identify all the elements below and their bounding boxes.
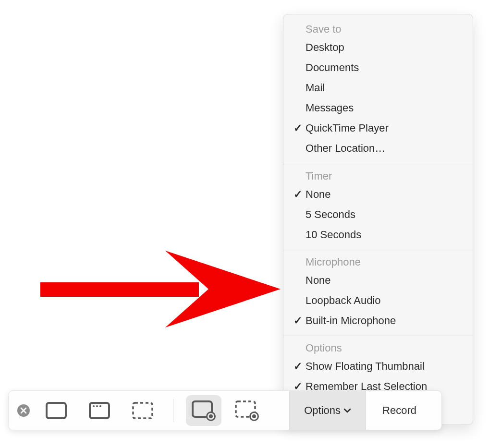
menu-item-quicktime-player[interactable]: ✓ QuickTime Player bbox=[283, 118, 473, 138]
menu-item-timer-10s[interactable]: ✓ 10 Seconds bbox=[283, 225, 473, 245]
svg-point-4 bbox=[93, 405, 95, 407]
menu-item-label: Desktop bbox=[306, 39, 344, 56]
options-menu: Save to ✓ Desktop ✓ Documents ✓ Mail ✓ M… bbox=[283, 14, 473, 425]
record-screen-icon bbox=[191, 400, 216, 421]
menu-item-label: None bbox=[306, 186, 331, 203]
checkmark-icon: ✓ bbox=[290, 358, 306, 375]
menu-item-timer-5s[interactable]: ✓ 5 Seconds bbox=[283, 205, 473, 225]
menu-item-mail[interactable]: ✓ Mail bbox=[283, 78, 473, 98]
menu-item-label: Loopback Audio bbox=[306, 292, 381, 309]
menu-item-timer-none[interactable]: ✓ None bbox=[283, 184, 473, 205]
svg-point-10 bbox=[209, 414, 213, 418]
checkmark-icon: ✓ bbox=[290, 313, 306, 329]
menu-header: Save to bbox=[283, 20, 473, 37]
capture-selection-button[interactable] bbox=[125, 395, 160, 426]
record-button[interactable]: Record bbox=[366, 390, 433, 430]
svg-marker-15 bbox=[165, 251, 281, 327]
menu-item-label: None bbox=[306, 272, 331, 289]
menu-item-label: Documents bbox=[306, 60, 359, 76]
toolbar-divider bbox=[173, 399, 173, 422]
menu-item-mic-loopback[interactable]: ✓ Loopback Audio bbox=[283, 291, 473, 311]
options-button[interactable]: Options bbox=[289, 390, 366, 430]
svg-rect-3 bbox=[90, 403, 109, 418]
menu-section-microphone: Microphone ✓ None ✓ Loopback Audio ✓ Bui… bbox=[283, 250, 473, 336]
selection-icon bbox=[132, 401, 154, 420]
capture-entire-screen-button[interactable] bbox=[38, 395, 74, 426]
svg-rect-7 bbox=[133, 403, 152, 418]
menu-item-label: Other Location… bbox=[306, 140, 385, 157]
checkmark-icon: ✓ bbox=[290, 120, 306, 136]
checkmark-icon: ✓ bbox=[290, 186, 306, 203]
window-icon bbox=[88, 401, 110, 420]
chevron-down-icon bbox=[343, 408, 351, 413]
close-button[interactable] bbox=[17, 404, 30, 417]
svg-rect-2 bbox=[47, 403, 66, 418]
svg-point-13 bbox=[252, 414, 256, 418]
annotation-arrow bbox=[40, 251, 285, 327]
svg-point-6 bbox=[99, 405, 101, 407]
menu-item-label: Built-in Microphone bbox=[306, 313, 396, 329]
menu-section-timer: Timer ✓ None ✓ 5 Seconds ✓ 10 Seconds bbox=[283, 164, 473, 250]
close-x-icon bbox=[20, 407, 27, 414]
menu-item-mic-builtin[interactable]: ✓ Built-in Microphone bbox=[283, 311, 473, 331]
options-label: Options bbox=[304, 404, 341, 417]
menu-item-floating-thumbnail[interactable]: ✓ Show Floating Thumbnail bbox=[283, 356, 473, 376]
menu-item-documents[interactable]: ✓ Documents bbox=[283, 58, 473, 78]
menu-header: Microphone bbox=[283, 253, 473, 270]
capture-tools bbox=[38, 395, 265, 426]
menu-item-other-location[interactable]: ✓ Other Location… bbox=[283, 138, 473, 158]
menu-item-label: QuickTime Player bbox=[306, 120, 389, 136]
record-label: Record bbox=[382, 404, 416, 417]
capture-window-button[interactable] bbox=[82, 395, 117, 426]
svg-point-5 bbox=[96, 405, 98, 407]
menu-item-messages[interactable]: ✓ Messages bbox=[283, 98, 473, 118]
menu-item-label: Mail bbox=[306, 80, 325, 96]
screenshot-toolbar: Options Record bbox=[8, 390, 442, 430]
menu-item-mic-none[interactable]: ✓ None bbox=[283, 270, 473, 291]
record-selection-button[interactable] bbox=[229, 395, 265, 426]
menu-item-label: Show Floating Thumbnail bbox=[306, 358, 425, 375]
svg-rect-14 bbox=[40, 282, 199, 297]
menu-item-label: Messages bbox=[306, 100, 354, 116]
menu-header: Options bbox=[283, 339, 473, 356]
menu-item-desktop[interactable]: ✓ Desktop bbox=[283, 37, 473, 58]
menu-section-save-to: Save to ✓ Desktop ✓ Documents ✓ Mail ✓ M… bbox=[283, 17, 473, 164]
record-entire-screen-button[interactable] bbox=[186, 395, 221, 426]
menu-item-label: 10 Seconds bbox=[306, 227, 361, 243]
menu-item-label: 5 Seconds bbox=[306, 206, 355, 223]
record-selection-icon bbox=[234, 400, 259, 421]
menu-header: Timer bbox=[283, 167, 473, 184]
screen-icon bbox=[45, 401, 67, 420]
